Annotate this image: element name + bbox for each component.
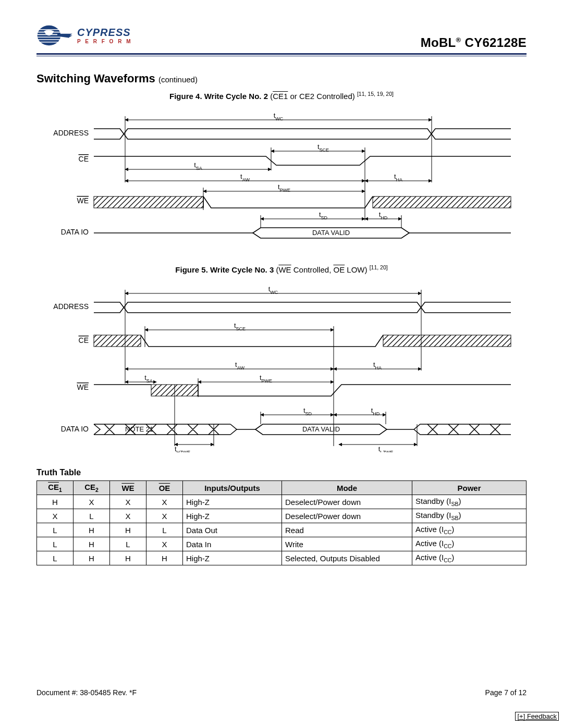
fig4-label-dataio: DATA IO: [61, 228, 89, 236]
svg-text:tSCE: tSCE: [234, 322, 246, 331]
svg-rect-32: [94, 335, 141, 347]
svg-text:DATA VALID: DATA VALID: [302, 425, 340, 433]
table-row: HXXXHigh-ZDeselect/Power downStandby (IS…: [37, 495, 527, 509]
table-row: LHHHHigh-ZSelected, Outputs DisabledActi…: [37, 551, 527, 565]
fig5-label-dataio: DATA IO: [61, 425, 89, 433]
th-io: Inputs/Outputs: [183, 481, 282, 495]
svg-text:tWC: tWC: [268, 285, 278, 295]
header-rule-thin: [36, 56, 527, 56]
svg-text:tWC: tWC: [274, 112, 284, 121]
fig5-label-ce: CE: [79, 336, 89, 344]
svg-text:tPWE: tPWE: [278, 183, 290, 193]
svg-rect-33: [383, 335, 511, 347]
truth-table: CE1 CE2 WE OE Inputs/Outputs Mode Power …: [36, 480, 527, 565]
th-mode: Mode: [282, 481, 412, 495]
figure4-diagram: ADDRESS CE WE DATA IO tWC tSCE tSA tAW t…: [36, 107, 527, 253]
th-ce2: CE2: [74, 481, 110, 495]
figure5-diagram: ADDRESS CE WE DATA IO tWC tSCE tAW tHA t…: [36, 280, 527, 452]
page-header: CYPRESS P E R F O R M MoBL® CY62128E: [36, 21, 527, 52]
svg-text:tSCE: tSCE: [317, 143, 329, 153]
svg-text:tLZWE: tLZWE: [378, 445, 394, 452]
fig4-label-we: WE: [77, 196, 89, 205]
table-row: LHLXData InWriteActive (ICC): [37, 537, 527, 551]
globe-icon: [36, 21, 74, 50]
feedback-button[interactable]: [+] Feedback: [515, 712, 559, 721]
brand-text: CYPRESS P E R F O R M: [77, 27, 132, 44]
svg-text:tPWE: tPWE: [260, 374, 272, 384]
svg-rect-14: [373, 196, 511, 208]
table-row: LHHLData OutReadActive (ICC): [37, 523, 527, 537]
fig5-label-address: ADDRESS: [53, 302, 89, 311]
th-we: WE: [110, 481, 146, 495]
brand-logo: CYPRESS P E R F O R M: [36, 21, 132, 50]
brand-main: CYPRESS: [77, 27, 132, 39]
brand-sub: P E R F O R M: [77, 39, 132, 44]
page-number: Page 7 of 12: [485, 688, 527, 697]
svg-text:tAW: tAW: [235, 361, 244, 371]
svg-text:tHZWE: tHZWE: [175, 445, 190, 452]
fig4-label-ce: CE: [79, 155, 89, 163]
fig4-label-address: ADDRESS: [53, 129, 89, 137]
fig5-label-we: WE: [77, 383, 89, 391]
svg-text:tAW: tAW: [240, 172, 250, 182]
table-header-row: CE1 CE2 WE OE Inputs/Outputs Mode Power: [37, 481, 527, 495]
th-ce1: CE1: [37, 481, 74, 495]
figure5-caption: Figure 5. Write Cycle No. 3 (WE Controll…: [36, 264, 527, 274]
th-power: Power: [412, 481, 527, 495]
section-title: Switching Waveforms (continued): [36, 72, 527, 85]
page-footer: Document #: 38-05485 Rev. *F Page 7 of 1…: [36, 688, 527, 697]
svg-text:NOTE 21: NOTE 21: [125, 425, 153, 433]
svg-rect-13: [94, 196, 203, 208]
th-oe: OE: [146, 481, 183, 495]
table-row: XLXXHigh-ZDeselect/Power downStandby (IS…: [37, 509, 527, 523]
svg-text:DATA VALID: DATA VALID: [312, 229, 350, 237]
doc-number: Document #: 38-05485 Rev. *F: [36, 688, 137, 697]
header-rule: [36, 53, 527, 55]
truth-table-title: Truth Table: [36, 468, 527, 477]
figure4-caption: Figure 4. Write Cycle No. 2 (CE1 or CE2 …: [36, 91, 527, 101]
product-title: MoBL® CY62128E: [421, 35, 527, 50]
